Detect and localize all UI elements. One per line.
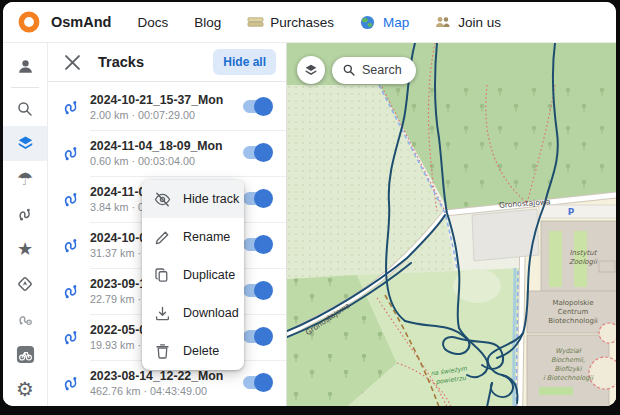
sidebar-item-tracks[interactable] (3, 196, 47, 231)
track-visibility-toggle[interactable] (243, 284, 272, 297)
menu-item-download[interactable]: Download (142, 294, 244, 332)
track-name: 2024-11-04_18-09_Mon (90, 139, 231, 153)
nav-purchases[interactable]: Purchases (247, 15, 334, 30)
parking-label: P (568, 207, 575, 217)
building-label: Małopolskie (552, 299, 593, 307)
layers-icon (303, 62, 319, 78)
building-label: Biofizyki (554, 365, 582, 373)
map-layers-button[interactable] (297, 56, 325, 84)
favorites-icon: ★ (17, 240, 33, 258)
sidebar-item-favorites[interactable]: ★ (3, 232, 47, 267)
track-icon (60, 97, 82, 117)
osmand-logo-icon[interactable] (17, 10, 41, 34)
banknotes-icon (247, 15, 264, 30)
track-visibility-toggle[interactable] (243, 192, 272, 205)
track-details: 2.00 km · 00:07:29.00 (90, 109, 231, 121)
track-visibility-toggle[interactable] (243, 376, 272, 389)
close-panel-button[interactable] (62, 52, 82, 72)
tracks-icon (16, 205, 34, 223)
track-icon (60, 373, 82, 393)
people-icon (435, 15, 452, 30)
main-nav: Docs Blog Purchases (137, 15, 501, 30)
track-visibility-toggle[interactable] (243, 100, 272, 113)
building-label: i Biotechnologii (543, 374, 594, 382)
menu-item-delete[interactable]: Delete (142, 332, 244, 370)
menu-item-hide-track[interactable]: Hide track (142, 180, 244, 218)
tracks-panel-header: Tracks Hide all (48, 43, 286, 82)
sidebar-item-weather[interactable]: ☂ (3, 161, 47, 196)
track-icon (60, 235, 82, 255)
top-navigation-bar: OsmAnd Docs Blog Purchases (3, 2, 616, 43)
nav-docs[interactable]: Docs (137, 15, 168, 30)
brand-name[interactable]: OsmAnd (51, 14, 111, 30)
globe-icon (360, 15, 377, 30)
copy-icon (154, 267, 171, 284)
track-name: 2024-10-21_15-37_Mon (90, 93, 231, 107)
track-details: 462.76 km · 04:43:49.00 (90, 385, 231, 397)
building-label: Instytut (570, 249, 598, 257)
nav-map[interactable]: Map (360, 15, 409, 30)
search-icon (16, 100, 34, 118)
trash-icon (154, 343, 171, 360)
download-icon (154, 305, 171, 322)
building-label: Wydział (555, 347, 581, 355)
settings-gear-icon: ⚙ (16, 379, 34, 399)
icon-sidebar: ☂ ★ (3, 43, 48, 406)
track-visibility-toggle[interactable] (243, 238, 272, 251)
track-details: 0.60 km · 00:03:04.00 (90, 155, 231, 167)
navigation-icon (16, 275, 34, 293)
map-search-button[interactable]: Search (332, 57, 416, 84)
building-label: Zoologii (569, 258, 598, 266)
track-row[interactable]: 2024-11-04_18-09_Mon 0.60 km · 00:03:04.… (48, 130, 286, 176)
weather-icon: ☂ (17, 170, 33, 188)
track-icon (60, 189, 82, 209)
sidebar-item-plan-route[interactable] (3, 302, 47, 337)
panel-title: Tracks (98, 54, 213, 70)
track-icon (60, 281, 82, 301)
track-icon (60, 327, 82, 347)
map-controls: Search (297, 56, 416, 84)
sidebar-item-navigation[interactable] (3, 267, 47, 302)
nav-blog[interactable]: Blog (194, 15, 221, 30)
sidebar-divider (11, 87, 39, 88)
track-icon (60, 143, 82, 163)
track-row[interactable]: 2024-10-21_15-37_Mon 2.00 km · 00:07:29.… (48, 84, 286, 130)
track-visibility-toggle[interactable] (243, 146, 272, 159)
sidebar-item-settings[interactable]: ⚙ (3, 372, 47, 406)
layers-icon (16, 134, 35, 153)
nav-join-us[interactable]: Join us (435, 15, 501, 30)
menu-item-duplicate[interactable]: Duplicate (142, 256, 244, 294)
plan-route-icon (16, 310, 34, 328)
travel-bike-icon (16, 345, 35, 364)
building-label: Biochemii, (551, 356, 585, 364)
track-visibility-toggle[interactable] (243, 330, 272, 343)
close-icon (65, 55, 80, 70)
building-label: Centrum (558, 308, 589, 316)
sidebar-item-search[interactable] (3, 91, 47, 126)
sidebar-item-travel[interactable] (3, 337, 47, 372)
track-context-menu: Hide track Rename Duplicate Download (142, 180, 244, 370)
search-icon (342, 63, 356, 77)
menu-item-rename[interactable]: Rename (142, 218, 244, 256)
sidebar-item-account[interactable] (3, 49, 47, 84)
map-canvas: Gronostajowa Gronostajowa P Instytut Zoo… (287, 43, 616, 406)
track-name: 2023-08-14_12-22_Mon (90, 369, 231, 383)
sidebar-item-layers[interactable] (3, 126, 47, 161)
map-area[interactable]: Gronostajowa Gronostajowa P Instytut Zoo… (287, 43, 616, 406)
account-icon (16, 57, 35, 76)
browser-window: OsmAnd Docs Blog Purchases (3, 2, 616, 406)
hide-all-button[interactable]: Hide all (213, 49, 276, 75)
eye-off-icon (154, 191, 171, 208)
building-label: Biotechnologii (548, 317, 598, 325)
pencil-icon (154, 229, 171, 246)
